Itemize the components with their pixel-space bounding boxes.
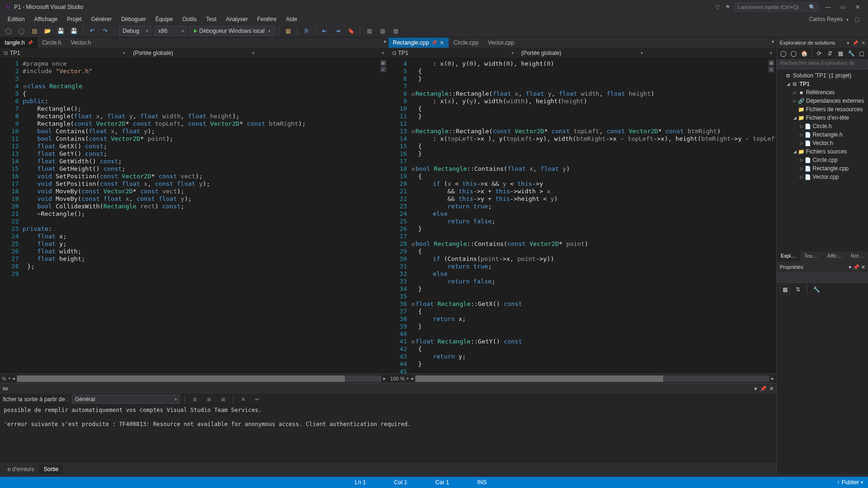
dropdown-icon[interactable]: ▾ bbox=[754, 386, 757, 392]
toolbar-btn-3[interactable]: ▦ bbox=[390, 26, 401, 36]
scope-member-selector[interactable] bbox=[647, 48, 776, 58]
tree-node[interactable]: ▷📄Circle.h bbox=[777, 122, 868, 130]
scroll-left-icon[interactable]: ◂ bbox=[12, 375, 15, 381]
redo-button[interactable]: ↷ bbox=[100, 26, 110, 36]
tab-tangle-h[interactable]: tangle.h📌 bbox=[0, 38, 38, 48]
menu-analyser[interactable]: Analyser bbox=[221, 15, 253, 23]
menu-fenêtre[interactable]: Fenêtre bbox=[252, 15, 281, 23]
code-content[interactable]: #pragma once#include "Vector.h" ⊟class R… bbox=[23, 58, 388, 374]
expand-icon[interactable]: + bbox=[380, 67, 386, 72]
expand-icon[interactable]: ▷ bbox=[792, 90, 798, 95]
scope-class-selector[interactable]: (Portée globale) bbox=[518, 48, 647, 58]
publish-button[interactable]: ↑ Publier ▾ bbox=[837, 479, 863, 486]
back-icon[interactable]: ◯ bbox=[779, 48, 788, 59]
tree-node[interactable]: ▷📄Rectangle.cpp bbox=[777, 164, 868, 173]
side-tab[interactable]: Team... bbox=[800, 252, 823, 262]
tab-dropdown-icon[interactable]: ▾ bbox=[772, 39, 774, 44]
menu-outils[interactable]: Outils bbox=[178, 15, 202, 23]
start-debug-button[interactable]: Débogueur Windows local ▾ bbox=[190, 26, 275, 36]
scroll-right-icon[interactable]: ▸ bbox=[383, 375, 386, 381]
clear-output-button[interactable]: ✕ bbox=[238, 394, 248, 404]
output-btn-2[interactable]: ≣ bbox=[204, 394, 214, 404]
close-icon[interactable]: ✕ bbox=[769, 386, 774, 392]
menu-projet[interactable]: Projet bbox=[62, 15, 86, 23]
scope-class-selector[interactable]: (Portée globale) bbox=[129, 48, 258, 58]
toolbar-btn-2[interactable]: ⎘ bbox=[301, 26, 311, 36]
config-selector[interactable]: Debug bbox=[118, 26, 151, 36]
tree-node[interactable]: ▷■Références bbox=[777, 88, 868, 97]
menu-générer[interactable]: Générer bbox=[86, 15, 116, 23]
minimize-button[interactable]: — bbox=[822, 2, 835, 12]
tab-vector-h[interactable]: Vector.h bbox=[66, 38, 95, 48]
bottom-tab-ederreurs[interactable]: e d'erreurs bbox=[3, 465, 39, 474]
user-name[interactable]: Carlos Reyes bbox=[809, 16, 843, 23]
close-icon[interactable]: ✕ bbox=[861, 264, 865, 270]
solution-search-input[interactable] bbox=[780, 60, 865, 66]
filter-icon[interactable]: ▽ bbox=[713, 3, 721, 11]
properties-selector[interactable] bbox=[777, 272, 868, 282]
wrench-icon[interactable]: 🔧 bbox=[811, 284, 822, 295]
solution-search[interactable] bbox=[777, 59, 868, 69]
tree-node[interactable]: ◢📁Fichiers sources bbox=[777, 147, 868, 156]
chevron-down-icon[interactable]: ▾ bbox=[8, 376, 10, 381]
dropdown-icon[interactable]: ▾ bbox=[849, 264, 852, 270]
back-button[interactable]: ◯ bbox=[3, 26, 13, 36]
menu-test[interactable]: Test bbox=[202, 15, 221, 23]
output-content[interactable]: possible de remplir automatiquement vos … bbox=[0, 405, 776, 463]
tree-node[interactable]: ▷📄Vector.h bbox=[777, 139, 868, 147]
expand-icon[interactable]: ◢ bbox=[785, 82, 791, 86]
zoom-value[interactable]: 100 % bbox=[390, 376, 405, 381]
expand-icon[interactable]: ▷ bbox=[798, 141, 804, 145]
code-editor-right[interactable]: 4567891011121314151617181920212223242526… bbox=[388, 58, 776, 374]
maximize-button[interactable]: ▭ bbox=[837, 2, 850, 12]
tab-vector-cpp[interactable]: Vector.cpp bbox=[483, 38, 519, 48]
scroll-right-icon[interactable]: ▸ bbox=[771, 375, 774, 381]
tree-node[interactable]: ⧉Solution 'TP1' (1 projet) bbox=[777, 71, 868, 80]
menu-aide[interactable]: Aide bbox=[281, 15, 302, 23]
tree-node[interactable]: ◢📁Fichiers d'en-tête bbox=[777, 114, 868, 122]
uncomment-button[interactable]: ▦ bbox=[377, 26, 388, 36]
tree-node[interactable]: ▷🔗Dépendances externes bbox=[777, 97, 868, 105]
scope-project-selector[interactable]: ⧉TP1 bbox=[388, 48, 518, 58]
pin-icon[interactable]: 📌 bbox=[432, 40, 437, 45]
toolbar-btn-1[interactable]: ▦ bbox=[283, 26, 293, 36]
close-button[interactable]: ✕ bbox=[851, 2, 864, 12]
zoom-value[interactable]: % bbox=[2, 376, 7, 381]
menu-affichage[interactable]: Affichage bbox=[30, 15, 62, 23]
expand-icon[interactable]: ▷ bbox=[798, 158, 804, 162]
code-editor-left[interactable]: 1234567891011121314151617181920212223242… bbox=[0, 58, 388, 374]
dropdown-icon[interactable]: ▾ bbox=[847, 40, 849, 46]
expand-icon[interactable]: ▷ bbox=[798, 132, 804, 137]
tab-rectangle-cpp[interactable]: Rectangle.cpp📌✕ bbox=[388, 38, 449, 48]
expand-icon[interactable]: ▷ bbox=[792, 99, 798, 103]
forward-icon[interactable]: ◯ bbox=[790, 48, 798, 59]
pin-icon[interactable]: 📌 bbox=[28, 40, 33, 45]
pin-icon[interactable]: 📌 bbox=[760, 386, 767, 392]
tree-node[interactable]: ▷📄Rectangle.h bbox=[777, 130, 868, 139]
side-tab[interactable]: Notifi.. bbox=[847, 252, 868, 262]
output-source-selector[interactable]: Général bbox=[72, 395, 180, 404]
scroll-left-icon[interactable]: ◂ bbox=[411, 375, 413, 381]
tree-node[interactable]: 📁Fichiers de ressources bbox=[777, 105, 868, 114]
side-tab[interactable]: Explo... bbox=[777, 252, 800, 262]
save-all-button[interactable]: 💾 bbox=[69, 26, 79, 36]
comment-button[interactable]: ▦ bbox=[364, 26, 374, 36]
solution-tree[interactable]: ⧉Solution 'TP1' (1 projet)◢⧉TP1▷■Référen… bbox=[777, 69, 868, 252]
wordwrap-button[interactable]: ↩ bbox=[252, 394, 263, 404]
bottom-tab-sortie[interactable]: Sortie bbox=[39, 465, 63, 474]
pin-icon[interactable]: 📌 bbox=[853, 264, 860, 270]
tree-node[interactable]: ◢⧉TP1 bbox=[777, 80, 868, 88]
show-all-icon[interactable]: ▦ bbox=[836, 48, 845, 59]
scope-member-selector[interactable] bbox=[258, 48, 388, 58]
menu-edition[interactable]: Edition bbox=[3, 15, 30, 23]
expand-icon[interactable]: ◢ bbox=[792, 149, 798, 154]
tab-circle-cpp[interactable]: Circle.cpp bbox=[449, 38, 483, 48]
alphabetize-icon[interactable]: ⇅ bbox=[793, 284, 803, 295]
expand-icon[interactable]: + bbox=[768, 67, 774, 72]
undo-button[interactable]: ↶ bbox=[87, 26, 97, 36]
horizontal-scrollbar[interactable] bbox=[415, 375, 769, 382]
close-icon[interactable]: ✕ bbox=[861, 40, 865, 46]
split-icon[interactable]: ▤ bbox=[380, 60, 386, 66]
close-icon[interactable]: ✕ bbox=[440, 40, 444, 46]
pin-icon[interactable]: 📌 bbox=[852, 40, 858, 46]
